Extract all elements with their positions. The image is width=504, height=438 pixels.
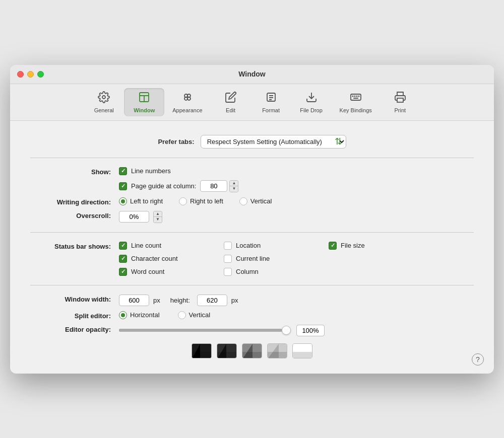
prefer-tabs-select[interactable]: Respect System Setting (Automatically) A… [201, 135, 346, 149]
print-icon [394, 91, 406, 105]
edit-icon [225, 91, 237, 105]
theme-swatch-3[interactable] [267, 343, 287, 358]
status-current-line: Current line [224, 255, 325, 263]
gear-icon [98, 91, 110, 105]
radio-horizontal-label: Horizontal [130, 311, 160, 319]
page-guide-input[interactable] [200, 180, 227, 192]
theme-swatch-1[interactable] [217, 343, 237, 358]
radio-vertical-split[interactable]: Vertical [178, 311, 211, 319]
label-word-count: Word count [131, 268, 164, 275]
radio-vertical[interactable]: Vertical [239, 197, 272, 205]
close-button[interactable] [17, 71, 24, 78]
label-file-size: File size [341, 242, 365, 249]
tab-format-label: Format [262, 107, 280, 113]
svg-rect-20 [192, 344, 212, 358]
tab-appearance[interactable]: Appearance [164, 88, 210, 116]
tab-print[interactable]: Print [380, 88, 420, 116]
format-icon [265, 91, 277, 105]
tab-format[interactable]: Format [251, 88, 291, 116]
overscroll-input[interactable] [119, 211, 149, 223]
radio-horizontal[interactable]: Horizontal [119, 311, 160, 319]
tab-file-drop-label: File Drop [300, 107, 323, 113]
tab-print-label: Print [394, 107, 406, 113]
overscroll-stepper: ▲ ▼ [153, 211, 162, 223]
svg-rect-19 [397, 98, 403, 102]
tab-edit[interactable]: Edit [211, 88, 251, 116]
help-button[interactable]: ? [472, 353, 484, 366]
slider-fill [119, 329, 282, 332]
label-column: Column [236, 268, 259, 275]
overscroll-row: ▲ ▼ [119, 211, 162, 223]
checkbox-word-count[interactable] [119, 268, 127, 276]
radio-horizontal-button[interactable] [119, 311, 127, 319]
minimize-button[interactable] [27, 71, 34, 78]
prefer-tabs-select-wrapper: Respect System Setting (Automatically) A… [201, 135, 346, 149]
checkbox-column[interactable] [224, 268, 232, 276]
status-file-size: File size [329, 242, 429, 250]
svg-rect-22 [217, 344, 237, 358]
label-line-count: Line count [131, 242, 161, 249]
prefer-tabs-label: Prefer tabs: [158, 138, 194, 145]
writing-direction-label: Writing direction: [30, 197, 111, 206]
opacity-value-input[interactable] [296, 325, 325, 336]
toolbar: General Window Ap [10, 84, 494, 121]
tab-window[interactable]: Window [124, 88, 164, 116]
tab-key-bindings[interactable]: Key Bindings [332, 88, 380, 116]
zoom-button[interactable] [37, 71, 44, 78]
radio-rtl-label: Right to left [190, 197, 223, 205]
radio-rtl[interactable]: Right to left [179, 197, 223, 205]
theme-swatch-0[interactable] [192, 343, 212, 358]
split-editor-label: Split editor: [30, 311, 111, 320]
checkbox-char-count[interactable] [119, 255, 127, 263]
tab-file-drop[interactable]: File Drop [291, 88, 332, 116]
tab-edit-label: Edit [226, 107, 235, 113]
checkbox-location[interactable] [224, 242, 232, 250]
status-column: Column [224, 268, 325, 276]
radio-vertical-split-button[interactable] [178, 311, 186, 319]
overscroll-label: Overscroll: [30, 211, 111, 220]
theme-swatch-2[interactable] [242, 343, 262, 358]
tab-window-label: Window [134, 107, 155, 113]
page-guide-up[interactable]: ▲ [230, 181, 238, 186]
key-bindings-icon [350, 91, 362, 105]
editor-opacity-label: Editor opacity: [30, 325, 111, 333]
radio-ltr-label: Left to right [130, 197, 163, 205]
tab-general-label: General [94, 107, 114, 113]
show-label: Show: [30, 167, 111, 176]
window-icon [138, 91, 150, 105]
status-word-count: Word count [119, 268, 220, 276]
slider-thumb[interactable] [282, 326, 291, 335]
svg-point-0 [102, 96, 105, 99]
checkbox-current-line[interactable] [224, 255, 232, 263]
titlebar: Window [10, 65, 494, 84]
window-width-input[interactable] [119, 295, 149, 306]
status-char-count: Character count [119, 255, 220, 263]
window-height-input[interactable] [197, 295, 227, 306]
editor-opacity-slider-wrapper [119, 325, 325, 336]
checkbox-file-size[interactable] [329, 242, 337, 250]
tab-appearance-label: Appearance [172, 107, 202, 113]
line-numbers-checkbox[interactable] [119, 167, 127, 175]
theme-swatch-4[interactable] [292, 343, 312, 358]
radio-ltr-button[interactable] [119, 197, 127, 205]
page-guide-down[interactable]: ▼ [230, 186, 238, 192]
line-numbers-label: Line numbers [131, 167, 171, 175]
checkbox-line-count[interactable] [119, 242, 127, 250]
label-char-count: Character count [131, 255, 178, 262]
svg-rect-28 [293, 344, 312, 358]
window-size-row: px height: px [119, 295, 238, 306]
radio-ltr[interactable]: Left to right [119, 197, 163, 205]
line-numbers-row: Line numbers [119, 167, 238, 175]
label-current-line: Current line [236, 255, 270, 262]
overscroll-down[interactable]: ▼ [154, 217, 162, 223]
radio-vertical-button[interactable] [239, 197, 247, 205]
height-label: height: [170, 297, 190, 304]
page-guide-checkbox[interactable] [119, 182, 127, 190]
page-guide-row: Page guide at column: ▲ ▼ [119, 180, 238, 192]
window-width-label: Window width: [30, 295, 111, 303]
radio-vertical-split-label: Vertical [189, 311, 211, 319]
radio-rtl-button[interactable] [179, 197, 187, 205]
tab-general[interactable]: General [84, 88, 124, 116]
px-unit-1: px [153, 297, 160, 304]
overscroll-up[interactable]: ▲ [154, 211, 162, 217]
